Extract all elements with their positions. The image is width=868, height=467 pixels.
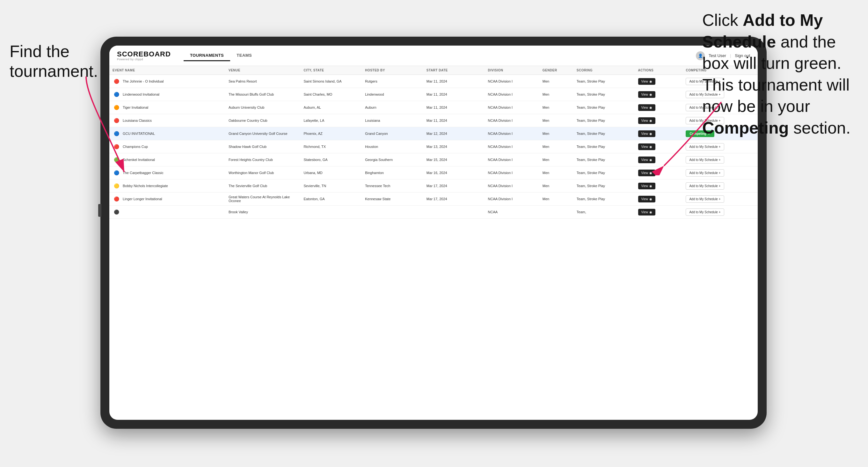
date-cell: Mar 11, 2024 bbox=[423, 75, 485, 88]
table-row: 🔵 The Carpetbagger Classic Worthington M… bbox=[109, 166, 758, 180]
col-hosted-by: HOSTED BY bbox=[362, 66, 423, 75]
competing-cell: Add to My Schedule + bbox=[682, 166, 758, 180]
event-name-cell: ⚫ bbox=[113, 208, 222, 216]
add-to-schedule-button[interactable]: Add to My Schedule + bbox=[686, 156, 724, 163]
actions-cell: View ◉ bbox=[635, 75, 683, 88]
event-name-text: Bobby Nichols Intercollegiate bbox=[123, 184, 168, 188]
event-name-cell: 🟠 Tiger Invitational bbox=[113, 103, 222, 111]
scoring-cell: Team, Stroke Play bbox=[574, 88, 635, 101]
scoring-cell: Team, Stroke Play bbox=[574, 127, 635, 140]
city-cell: Statesboro, GA bbox=[300, 153, 362, 166]
table-row: 🔵 Lindenwood Invitational The Missouri B… bbox=[109, 88, 758, 101]
view-button[interactable]: View ◉ bbox=[638, 91, 656, 98]
add-to-schedule-button[interactable]: Add to My Schedule + bbox=[686, 182, 724, 190]
team-logo: 🟡 bbox=[113, 182, 120, 190]
division-cell: NCAA Division I bbox=[485, 88, 539, 101]
scoring-cell: Team, Stroke Play bbox=[574, 114, 635, 127]
gender-cell: Men bbox=[539, 101, 574, 114]
date-cell bbox=[423, 206, 485, 219]
view-button[interactable]: View ◉ bbox=[638, 196, 656, 203]
tab-tournaments[interactable]: TOURNAMENTS bbox=[184, 50, 230, 61]
gender-cell: Men bbox=[539, 127, 574, 140]
team-logo: 🔴 bbox=[113, 143, 120, 151]
date-cell: Mar 16, 2024 bbox=[423, 166, 485, 180]
city-cell: Eatonton, GA bbox=[300, 192, 362, 206]
team-logo: 🔵 bbox=[113, 169, 120, 177]
eye-icon: ◉ bbox=[649, 184, 652, 188]
view-button[interactable]: View ◉ bbox=[638, 157, 656, 163]
venue-cell: Grand Canyon University Golf Course bbox=[225, 127, 301, 140]
add-to-schedule-button[interactable]: Add to My Schedule + bbox=[686, 143, 724, 151]
actions-cell: View ◉ bbox=[635, 140, 683, 153]
scoring-cell: Team, Stroke Play bbox=[574, 75, 635, 88]
event-name-text: The Johnnie - O Individual bbox=[123, 80, 163, 83]
event-name-cell: 🟢 Schenkel Invitational bbox=[113, 156, 222, 163]
eye-icon: ◉ bbox=[649, 145, 652, 149]
table-row: 🔵 GCU INVITATIONAL Grand Canyon Universi… bbox=[109, 127, 758, 140]
view-button[interactable]: View ◉ bbox=[638, 209, 656, 216]
actions-cell: View ◉ bbox=[635, 206, 683, 219]
scoring-cell: Team, Stroke Play bbox=[574, 140, 635, 153]
gender-cell: Men bbox=[539, 166, 574, 180]
add-to-schedule-button[interactable]: Add to My Schedule + bbox=[686, 169, 724, 177]
gender-cell: Men bbox=[539, 192, 574, 206]
logo-subtitle: Powered by clippd bbox=[117, 58, 171, 61]
add-to-schedule-button[interactable]: Add to My Schedule + bbox=[686, 195, 724, 203]
tablet-device: SCOREBOARD Powered by clippd TOURNAMENTS… bbox=[100, 37, 767, 429]
event-name-text: Lindenwood Invitational bbox=[123, 92, 159, 96]
view-button[interactable]: View ◉ bbox=[638, 117, 656, 124]
division-cell: NCAA Division I bbox=[485, 75, 539, 88]
team-logo: ⚫ bbox=[113, 208, 120, 216]
city-cell: Sevierville, TN bbox=[300, 180, 362, 192]
view-button[interactable]: View ◉ bbox=[638, 104, 656, 111]
hosted-cell: Grand Canyon bbox=[362, 127, 423, 140]
table-row: 🔴 Champions Cup Shadow Hawk Golf ClubRic… bbox=[109, 140, 758, 153]
event-name-text: Tiger Invitational bbox=[123, 105, 148, 110]
city-cell: Phoenix, AZ bbox=[300, 127, 362, 140]
table-row: 🔴 Linger Longer Invitational Great Water… bbox=[109, 192, 758, 206]
date-cell: Mar 17, 2024 bbox=[423, 192, 485, 206]
hosted-cell: Houston bbox=[362, 140, 423, 153]
add-to-schedule-button[interactable]: Add to My Schedule + bbox=[686, 209, 724, 216]
division-cell: NCAA Division I bbox=[485, 153, 539, 166]
city-cell: Saint Charles, MO bbox=[300, 88, 362, 101]
city-cell: Richmond, TX bbox=[300, 140, 362, 153]
table-row: ⚫ Brook ValleyNCAATeam,View ◉Add to My S… bbox=[109, 206, 758, 219]
logo-title: SCOREBOARD bbox=[117, 51, 171, 58]
date-cell: Mar 11, 2024 bbox=[423, 88, 485, 101]
eye-icon: ◉ bbox=[649, 171, 652, 175]
tab-teams[interactable]: TEAMS bbox=[230, 50, 258, 61]
scoring-cell: Team, Stroke Play bbox=[574, 153, 635, 166]
venue-cell: The Missouri Bluffs Golf Club bbox=[225, 88, 301, 101]
table-row: 🔴 The Johnnie - O Individual Sea Palms R… bbox=[109, 75, 758, 88]
scoring-cell: Team, Stroke Play bbox=[574, 166, 635, 180]
date-cell: Mar 11, 2024 bbox=[423, 114, 485, 127]
view-button[interactable]: View ◉ bbox=[638, 169, 656, 176]
date-cell: Mar 11, 2024 bbox=[423, 101, 485, 114]
actions-cell: View ◉ bbox=[635, 114, 683, 127]
actions-cell: View ◉ bbox=[635, 166, 683, 180]
scoring-cell: Team, Stroke Play bbox=[574, 101, 635, 114]
event-name-cell: 🔵 The Carpetbagger Classic bbox=[113, 169, 222, 177]
city-cell bbox=[300, 206, 362, 219]
view-button[interactable]: View ◉ bbox=[638, 130, 656, 137]
event-name-text: GCU INVITATIONAL bbox=[123, 132, 155, 135]
view-button[interactable]: View ◉ bbox=[638, 183, 656, 189]
view-button[interactable]: View ◉ bbox=[638, 78, 656, 85]
gender-cell: Men bbox=[539, 88, 574, 101]
division-cell: NCAA Division I bbox=[485, 180, 539, 192]
hosted-cell: Binghamton bbox=[362, 166, 423, 180]
scoring-cell: Team, bbox=[574, 206, 635, 219]
date-cell: Mar 13, 2024 bbox=[423, 140, 485, 153]
event-name-text: The Carpetbagger Classic bbox=[123, 171, 163, 175]
col-event-name: EVENT NAME bbox=[109, 66, 225, 75]
col-scoring: SCORING bbox=[574, 66, 635, 75]
gender-cell: Men bbox=[539, 75, 574, 88]
gender-cell: Men bbox=[539, 153, 574, 166]
tournaments-table: EVENT NAME VENUE CITY, STATE HOSTED BY S… bbox=[109, 66, 758, 219]
eye-icon: ◉ bbox=[649, 132, 652, 135]
view-button[interactable]: View ◉ bbox=[638, 144, 656, 150]
gender-cell bbox=[539, 206, 574, 219]
competing-cell: Add to My Schedule + bbox=[682, 206, 758, 219]
venue-cell: Great Waters Course At Reynolds Lake Oco… bbox=[225, 192, 301, 206]
